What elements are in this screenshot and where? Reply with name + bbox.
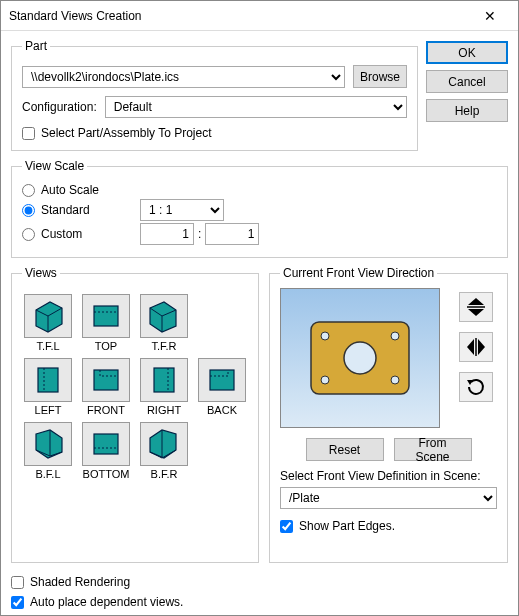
front-view-legend: Current Front View Direction bbox=[280, 266, 437, 280]
view-scale-legend: View Scale bbox=[22, 159, 87, 173]
custom-scale-radio[interactable]: Custom bbox=[22, 227, 132, 241]
browse-button[interactable]: Browse bbox=[353, 65, 407, 88]
view-back-button[interactable] bbox=[198, 358, 246, 402]
svg-rect-8 bbox=[94, 370, 118, 390]
view-right-label: RIGHT bbox=[147, 404, 181, 416]
svg-rect-9 bbox=[154, 368, 174, 392]
view-bfl-label: B.F.L bbox=[35, 468, 60, 480]
part-path-select[interactable]: \\devollk2\irondocs\Plate.ics bbox=[22, 66, 345, 88]
view-bfr-label: B.F.R bbox=[151, 468, 178, 480]
front-view-group: Current Front View Direction bbox=[269, 266, 508, 563]
view-front-button[interactable] bbox=[82, 358, 130, 402]
configuration-label: Configuration: bbox=[22, 100, 97, 114]
select-to-project-checkbox[interactable]: Select Part/Assembly To Project bbox=[22, 126, 407, 140]
ok-button[interactable]: OK bbox=[426, 41, 508, 64]
flip-horizontal-button[interactable] bbox=[459, 332, 493, 362]
svg-point-21 bbox=[391, 332, 399, 340]
from-scene-button[interactable]: From Scene bbox=[394, 438, 472, 461]
view-tfl-label: T.F.L bbox=[36, 340, 59, 352]
view-tfr-label: T.F.R bbox=[151, 340, 176, 352]
view-tfr-button[interactable] bbox=[140, 294, 188, 338]
view-back-label: BACK bbox=[207, 404, 237, 416]
views-legend: Views bbox=[22, 266, 60, 280]
custom-left-input[interactable] bbox=[140, 223, 194, 245]
standard-ratio-select[interactable]: 1 : 1 bbox=[140, 199, 224, 221]
window-title: Standard Views Creation bbox=[9, 9, 470, 23]
view-bfr-button[interactable] bbox=[140, 422, 188, 466]
auto-scale-radio[interactable]: Auto Scale bbox=[22, 183, 132, 197]
part-legend: Part bbox=[22, 39, 50, 53]
view-front-label: FRONT bbox=[87, 404, 125, 416]
svg-point-22 bbox=[321, 376, 329, 384]
svg-rect-6 bbox=[38, 368, 58, 392]
auto-place-checkbox[interactable]: Auto place dependent views. bbox=[11, 595, 508, 609]
front-view-preview bbox=[280, 288, 440, 428]
custom-right-input[interactable] bbox=[205, 223, 259, 245]
rotate-button[interactable] bbox=[459, 372, 493, 402]
views-group: Views T.F.L TOP bbox=[11, 266, 259, 563]
front-definition-select[interactable]: /Plate bbox=[280, 487, 497, 509]
front-definition-label: Select Front View Definition in Scene: bbox=[280, 469, 497, 483]
view-top-button[interactable] bbox=[82, 294, 130, 338]
configuration-select[interactable]: Default bbox=[105, 96, 407, 118]
svg-point-19 bbox=[344, 342, 376, 374]
view-tfl-button[interactable] bbox=[24, 294, 72, 338]
svg-point-20 bbox=[321, 332, 329, 340]
svg-marker-0 bbox=[36, 302, 62, 332]
svg-rect-14 bbox=[94, 434, 118, 454]
view-scale-group: View Scale Auto Scale Standard 1 : 1 Cus… bbox=[11, 159, 508, 258]
close-icon[interactable]: ✕ bbox=[470, 2, 510, 30]
reset-button[interactable]: Reset bbox=[306, 438, 384, 461]
standard-scale-radio[interactable]: Standard bbox=[22, 203, 132, 217]
part-group: Part \\devollk2\irondocs\Plate.ics Brows… bbox=[11, 39, 418, 151]
view-left-button[interactable] bbox=[24, 358, 72, 402]
svg-marker-4 bbox=[150, 302, 176, 332]
svg-marker-27 bbox=[467, 339, 474, 355]
show-part-edges-checkbox[interactable]: Show Part Edges. bbox=[280, 519, 497, 533]
view-right-button[interactable] bbox=[140, 358, 188, 402]
ratio-separator: : bbox=[198, 227, 201, 241]
view-left-label: LEFT bbox=[35, 404, 62, 416]
view-bfl-button[interactable] bbox=[24, 422, 72, 466]
svg-marker-30 bbox=[467, 380, 473, 385]
svg-point-23 bbox=[391, 376, 399, 384]
svg-marker-25 bbox=[468, 309, 484, 316]
flip-vertical-button[interactable] bbox=[459, 292, 493, 322]
shaded-rendering-checkbox[interactable]: Shaded Rendering bbox=[11, 575, 508, 589]
help-button[interactable]: Help bbox=[426, 99, 508, 122]
view-bottom-button[interactable] bbox=[82, 422, 130, 466]
svg-marker-24 bbox=[468, 298, 484, 305]
view-bottom-label: BOTTOM bbox=[83, 468, 130, 480]
svg-rect-2 bbox=[94, 306, 118, 326]
svg-rect-11 bbox=[210, 370, 234, 390]
svg-marker-28 bbox=[478, 339, 485, 355]
view-top-label: TOP bbox=[95, 340, 117, 352]
cancel-button[interactable]: Cancel bbox=[426, 70, 508, 93]
